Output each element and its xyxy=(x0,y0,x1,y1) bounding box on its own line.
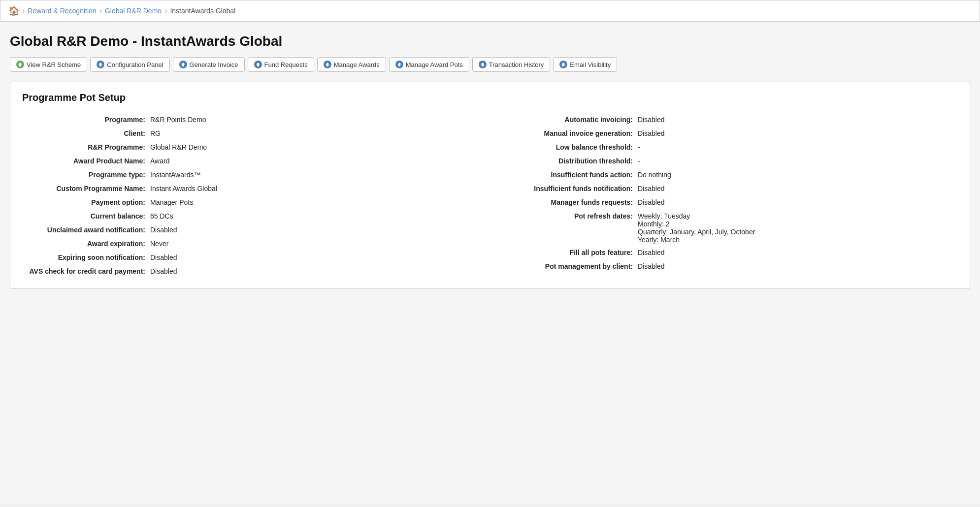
left-info-row: Unclaimed award notification: Disabled xyxy=(22,223,490,237)
view-rr-scheme-label: View R&R Scheme xyxy=(27,61,81,68)
svg-marker-5 xyxy=(397,63,401,66)
left-field-value-10: Disabled xyxy=(150,254,177,261)
right-info-row: Fill all pots feature: Disabled xyxy=(490,246,958,260)
svg-marker-3 xyxy=(256,63,260,66)
right-info-row: Insufficient funds action: Do nothing xyxy=(490,168,958,182)
right-field-value-0: Disabled xyxy=(638,116,664,124)
right-field-label-2: Low balance threshold: xyxy=(500,143,638,151)
right-info-row: Manual invoice generation: Disabled xyxy=(490,127,958,141)
left-field-value-4: InstantAwards™ xyxy=(150,171,200,179)
right-info-col: Automatic invoicing: Disabled Manual inv… xyxy=(490,113,958,279)
manage-award-pots-label: Manage Award Pots xyxy=(406,61,463,68)
right-field-value-8: Disabled xyxy=(638,249,664,256)
email-visibility-icon xyxy=(559,61,567,68)
left-field-value-8: Disabled xyxy=(150,226,177,234)
main-content: Global R&R Demo - InstantAwards Global V… xyxy=(0,22,980,504)
email-visibility-label: Email Visibility xyxy=(570,61,611,68)
fund-requests-icon xyxy=(254,61,262,68)
manage-award-pots-icon xyxy=(395,61,403,68)
email-visibility-button[interactable]: Email Visibility xyxy=(553,57,617,72)
right-field-label-5: Insufficient funds notification: xyxy=(500,185,638,192)
left-info-row: Current balance: 65 DCs xyxy=(22,210,490,223)
right-field-value-9: Disabled xyxy=(638,262,664,270)
left-info-row: Award Product Name: Award xyxy=(22,155,490,168)
breadcrumb-link-demo[interactable]: Global R&R Demo xyxy=(105,7,162,15)
page-title: Global R&R Demo - InstantAwards Global xyxy=(10,33,970,49)
info-grid: Programme: R&R Points Demo Client: RG R&… xyxy=(22,113,958,279)
left-info-col: Programme: R&R Points Demo Client: RG R&… xyxy=(22,113,490,279)
transaction-history-label: Transaction History xyxy=(489,61,544,68)
configuration-panel-icon xyxy=(97,61,104,68)
transaction-history-button[interactable]: Transaction History xyxy=(472,57,551,72)
svg-marker-4 xyxy=(326,63,329,66)
right-field-label-0: Automatic invoicing: xyxy=(500,116,638,124)
right-info-row: Manager funds requests: Disabled xyxy=(490,196,958,210)
manage-awards-button[interactable]: Manage Awards xyxy=(317,57,386,72)
right-field-label-8: Fill all pots feature: xyxy=(500,249,638,256)
left-field-value-9: Never xyxy=(150,240,168,248)
configuration-panel-button[interactable]: Configuration Panel xyxy=(90,57,169,72)
svg-marker-0 xyxy=(18,63,22,66)
breadcrumb-sep-1: › xyxy=(22,6,25,15)
left-field-label-5: Custom Programme Name: xyxy=(22,185,150,192)
breadcrumb: 🏠 › Reward & Recognition › Global R&R De… xyxy=(0,0,980,22)
right-info-row: Automatic invoicing: Disabled xyxy=(490,113,958,127)
right-field-value-1: Disabled xyxy=(638,129,664,137)
left-info-row: Programme: R&R Points Demo xyxy=(22,113,490,127)
left-field-label-1: Client: xyxy=(22,129,150,137)
toolbar: View R&R Scheme Configuration Panel Gene… xyxy=(10,57,970,72)
left-info-row: Programme type: InstantAwards™ xyxy=(22,168,490,182)
right-info-row: Insufficient funds notification: Disable… xyxy=(490,182,958,196)
breadcrumb-link-rr[interactable]: Reward & Recognition xyxy=(28,7,96,15)
right-info-row: Low balance threshold: - xyxy=(490,141,958,155)
left-field-label-9: Award expiration: xyxy=(22,240,150,248)
left-field-value-0: R&R Points Demo xyxy=(150,116,206,124)
right-field-value-2: - xyxy=(638,143,640,151)
left-field-label-6: Payment option: xyxy=(22,198,150,206)
right-field-value-6: Disabled xyxy=(638,198,664,206)
svg-marker-2 xyxy=(181,63,185,66)
right-field-value-5: Disabled xyxy=(638,185,664,192)
breadcrumb-current: InstantAwards Global xyxy=(170,7,235,15)
manage-award-pots-button[interactable]: Manage Award Pots xyxy=(389,57,469,72)
section-title: Programme Pot Setup xyxy=(22,92,958,103)
left-field-label-4: Programme type: xyxy=(22,171,150,179)
right-field-value-3: - xyxy=(638,157,640,165)
breadcrumb-sep-3: › xyxy=(164,6,167,15)
right-field-label-7: Pot refresh dates: xyxy=(500,212,638,220)
fund-requests-button[interactable]: Fund Requests xyxy=(248,57,314,72)
left-field-label-2: R&R Programme: xyxy=(22,143,150,151)
left-field-value-6: Manager Pots xyxy=(150,198,193,206)
manage-awards-label: Manage Awards xyxy=(334,61,380,68)
svg-marker-6 xyxy=(481,63,485,66)
left-info-row: Expiring soon notification: Disabled xyxy=(22,251,490,265)
section-card: Programme Pot Setup Programme: R&R Point… xyxy=(10,82,970,289)
left-field-value-1: RG xyxy=(150,129,161,137)
svg-marker-7 xyxy=(561,63,565,66)
left-field-label-11: AVS check for credit card payment: xyxy=(22,267,150,275)
generate-invoice-icon xyxy=(179,61,187,68)
manage-awards-icon xyxy=(324,61,331,68)
right-info-row: Pot refresh dates: Weekly: TuesdayMonthl… xyxy=(490,210,958,246)
left-field-label-10: Expiring soon notification: xyxy=(22,254,150,261)
fund-requests-label: Fund Requests xyxy=(264,61,308,68)
right-field-label-9: Pot management by client: xyxy=(500,262,638,270)
left-field-value-2: Global R&R Demo xyxy=(150,143,207,151)
configuration-panel-label: Configuration Panel xyxy=(107,61,163,68)
left-field-value-7: 65 DCs xyxy=(150,212,173,220)
right-field-label-3: Distribution threshold: xyxy=(500,157,638,165)
left-info-row: R&R Programme: Global R&R Demo xyxy=(22,141,490,155)
left-info-row: Award expiration: Never xyxy=(22,237,490,251)
left-info-row: AVS check for credit card payment: Disab… xyxy=(22,265,490,279)
generate-invoice-button[interactable]: Generate Invoice xyxy=(173,57,245,72)
left-info-row: Payment option: Manager Pots xyxy=(22,196,490,210)
right-field-label-4: Insufficient funds action: xyxy=(500,171,638,179)
view-rr-scheme-button[interactable]: View R&R Scheme xyxy=(10,57,87,72)
right-field-label-6: Manager funds requests: xyxy=(500,198,638,206)
right-field-value-4: Do nothing xyxy=(638,171,671,179)
left-field-value-11: Disabled xyxy=(150,267,177,275)
home-icon[interactable]: 🏠 xyxy=(8,5,19,16)
left-field-label-3: Award Product Name: xyxy=(22,157,150,165)
right-field-label-1: Manual invoice generation: xyxy=(500,129,638,137)
view-rr-scheme-icon xyxy=(16,61,24,68)
